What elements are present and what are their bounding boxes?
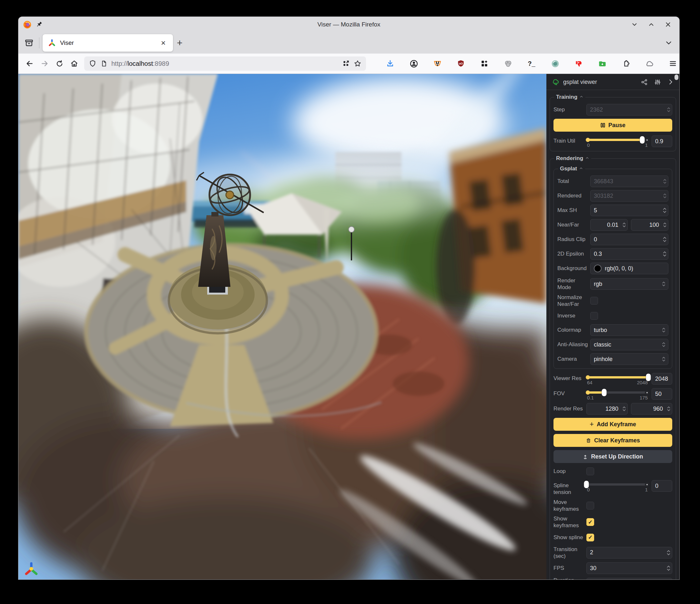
add-keyframe-button[interactable]: +Add Keyframe xyxy=(553,418,672,431)
teal-ring-extension-icon[interactable] xyxy=(548,57,562,70)
gsplat-3d-viewport[interactable] xyxy=(18,74,546,579)
near-input[interactable]: 0.01 xyxy=(590,219,628,231)
step-input[interactable]: 2362 xyxy=(586,104,672,116)
tab-close-icon[interactable]: ✕ xyxy=(159,39,168,47)
window-title: Viser — Mozilla Firefox xyxy=(18,21,679,28)
normalize-near-far-checkbox[interactable]: ✓ xyxy=(590,297,598,305)
fov-slider[interactable]: 0.1175 xyxy=(586,388,648,400)
splat-scene-render xyxy=(18,74,546,579)
radius-clip-input[interactable]: 0 xyxy=(590,234,668,245)
collapse-panel-chevron-icon[interactable] xyxy=(667,78,674,85)
world-axes-gizmo[interactable] xyxy=(24,562,39,577)
tabstrip-separator xyxy=(39,37,40,48)
account-icon[interactable] xyxy=(406,57,421,70)
rendered-label: Rendered xyxy=(557,192,590,199)
show-spline-checkbox[interactable]: ✓ xyxy=(586,534,594,542)
spline-tension-value[interactable]: 0 xyxy=(652,480,672,492)
gray-circles-extension-icon[interactable] xyxy=(501,57,516,70)
panel-title: gsplat viewer xyxy=(563,79,637,85)
adjustments-icon[interactable] xyxy=(654,78,661,86)
screenshot-icon[interactable] xyxy=(342,60,350,68)
arrow-up-from-base-icon xyxy=(582,454,588,459)
hamburger-menu-icon[interactable] xyxy=(666,57,679,70)
downloads-icon[interactable] xyxy=(383,57,398,70)
render-res-height-input[interactable]: 960 xyxy=(631,403,672,414)
viewer-res-label: Viewer Res xyxy=(553,373,586,382)
window-maximize-button[interactable] xyxy=(647,20,655,29)
return-dislike-icon[interactable] xyxy=(571,57,586,70)
rendering-legend[interactable]: Rendering xyxy=(554,155,591,162)
move-keyframes-checkbox[interactable]: ✓ xyxy=(586,502,594,509)
anti-aliasing-select[interactable]: classic xyxy=(590,339,668,350)
url-text[interactable]: http://localhost:8989 xyxy=(111,60,169,68)
green-downloads-folder-icon[interactable] xyxy=(595,57,610,70)
anti-aliasing-label: Anti-Aliasing xyxy=(557,341,590,348)
epsilon-2d-label: 2D Epsilon xyxy=(557,250,590,257)
far-input[interactable]: 100 xyxy=(631,219,668,231)
background-color-swatch[interactable] xyxy=(594,265,602,272)
show-keyframes-checkbox[interactable]: ✓ xyxy=(586,518,594,526)
show-spline-label: Show spline xyxy=(553,534,586,541)
browser-window: Viser — Mozilla Firefox xyxy=(18,17,679,579)
new-tab-button[interactable]: + xyxy=(177,37,183,48)
fov-value[interactable]: 50 xyxy=(652,388,672,400)
ublock-origin-icon[interactable]: uO xyxy=(453,57,468,70)
tab-manager-icon[interactable] xyxy=(22,36,36,50)
tab-viser[interactable]: Viser ✕ xyxy=(43,34,173,52)
epsilon-2d-input[interactable]: 0.3 xyxy=(590,248,668,260)
home-button[interactable] xyxy=(67,57,82,70)
radius-clip-label: Radius Clip xyxy=(557,236,590,243)
window-close-button[interactable] xyxy=(664,20,672,29)
url-bar[interactable]: http://localhost:8989 xyxy=(84,56,366,71)
cloud-sync-icon[interactable] xyxy=(642,57,657,70)
forward-button[interactable] xyxy=(37,57,52,70)
camera-select[interactable]: pinhole xyxy=(590,353,668,365)
max-sh-input[interactable]: 5 xyxy=(590,205,668,216)
back-button[interactable] xyxy=(22,57,37,70)
bookmark-star-icon[interactable] xyxy=(354,60,361,68)
violentmonkey-icon[interactable] xyxy=(477,57,492,70)
background-color-input[interactable]: rgb(0, 0, 0) xyxy=(590,262,668,274)
clear-keyframes-button[interactable]: Clear Keyframes xyxy=(553,434,672,447)
camera-label: Camera xyxy=(557,356,590,362)
loop-checkbox[interactable]: ✓ xyxy=(586,468,594,475)
train-util-slider[interactable]: 01 xyxy=(586,135,648,147)
spline-tension-slider[interactable]: 01 xyxy=(586,480,648,492)
transition-input[interactable]: 2 xyxy=(586,547,672,558)
svg-text:uO: uO xyxy=(459,62,463,65)
shield-permissions-icon[interactable] xyxy=(89,60,97,68)
pause-button[interactable]: Pause xyxy=(553,119,672,132)
extensions-puzzle-icon[interactable] xyxy=(618,57,633,70)
page-info-icon[interactable] xyxy=(100,60,107,68)
viewer-res-value[interactable]: 2048 xyxy=(652,373,672,385)
reload-button[interactable] xyxy=(52,57,67,70)
near-far-label: Near/Far xyxy=(557,221,590,228)
step-spinner[interactable] xyxy=(667,104,670,115)
terminal-helper-icon[interactable]: ?_ xyxy=(524,57,539,70)
viewer-res-slider[interactable]: 642048 xyxy=(586,373,648,385)
train-util-value[interactable]: 0.9 xyxy=(652,135,672,147)
training-legend[interactable]: Training xyxy=(554,94,585,100)
transition-label: Transition (sec) xyxy=(553,546,586,560)
gsplat-legend[interactable]: Gsplat xyxy=(558,166,585,172)
list-tabs-chevron-icon[interactable] xyxy=(662,36,675,50)
total-input[interactable]: 366843 xyxy=(590,176,668,187)
render-mode-select[interactable]: rgb xyxy=(590,278,668,290)
render-res-width-input[interactable]: 1280 xyxy=(586,403,628,414)
step-label: Step xyxy=(553,106,586,113)
inverse-label: Inverse xyxy=(557,312,590,319)
share-icon[interactable] xyxy=(641,78,648,86)
sync-cloud-icon xyxy=(552,78,559,86)
tab-strip: Viser ✕ + xyxy=(18,32,679,54)
colormap-select[interactable]: turbo xyxy=(590,324,668,336)
duration-input[interactable]: 0 xyxy=(586,578,672,579)
privacy-badger-icon[interactable] xyxy=(430,57,445,70)
pin-icon xyxy=(35,21,43,28)
fov-label: FOV xyxy=(553,388,586,397)
inverse-checkbox[interactable]: ✓ xyxy=(590,312,598,320)
panel-scrollbar-thumb[interactable] xyxy=(675,75,678,80)
window-minimize-button[interactable] xyxy=(630,20,639,29)
fps-input[interactable]: 30 xyxy=(586,562,672,574)
rendered-input[interactable]: 303182 xyxy=(590,190,668,202)
reset-up-direction-button[interactable]: Reset Up Direction xyxy=(553,450,672,463)
